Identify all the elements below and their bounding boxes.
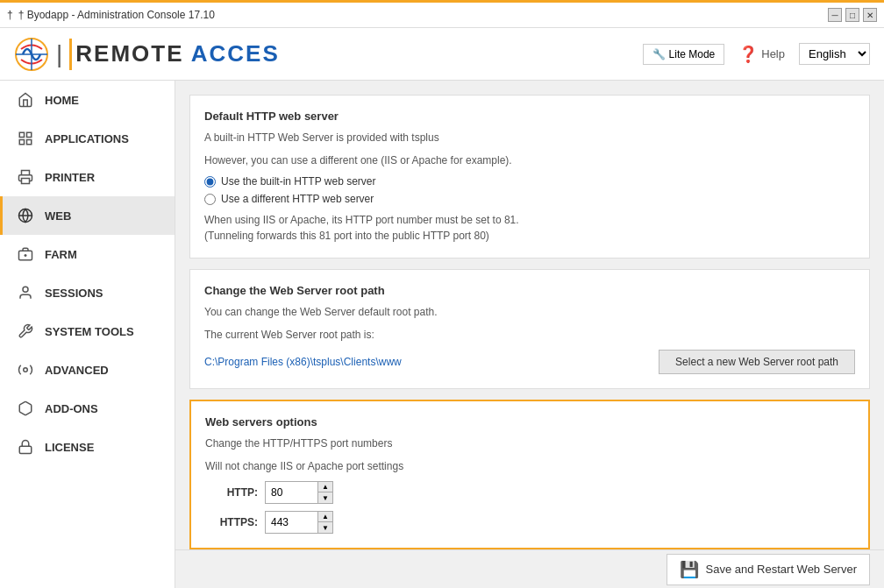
logo: | REMOTE ACCES [14, 37, 280, 72]
svg-rect-15 [19, 446, 32, 453]
http-port-input[interactable] [265, 481, 317, 504]
help-icon: ❓ [738, 45, 758, 64]
radio-builtin-input[interactable] [204, 176, 216, 188]
minimize-button[interactable]: ─ [828, 8, 842, 22]
sidebar-item-printer-label: PRINTER [45, 171, 95, 184]
radio-different-input[interactable] [204, 194, 216, 205]
options-title: Web servers options [205, 415, 854, 429]
root-path-desc1: You can change the Web Server default ro… [204, 304, 855, 320]
http-port-row: HTTP: ▲ ▼ [205, 481, 854, 504]
http-section-desc2: However, you can use a different one (II… [204, 152, 855, 168]
https-port-up-button[interactable]: ▲ [318, 512, 332, 522]
logo-icon [14, 37, 49, 72]
sidebar-item-web[interactable]: WEB [0, 196, 175, 235]
system-tools-icon [17, 322, 34, 340]
footer: 💾 Save and Restart Web Server [175, 549, 884, 588]
radio-builtin[interactable]: Use the built-in HTTP web server [204, 175, 855, 188]
app-body: HOME APPLICATIONS PRINTER WEB FARM [0, 81, 884, 588]
farm-icon [17, 245, 34, 263]
radio-builtin-label: Use the built-in HTTP web server [221, 175, 376, 188]
sidebar-item-add-ons-label: ADD-ONS [45, 402, 98, 415]
sidebar: HOME APPLICATIONS PRINTER WEB FARM [0, 81, 175, 588]
svg-rect-7 [22, 179, 30, 184]
svg-point-13 [23, 287, 28, 292]
sidebar-item-home[interactable]: HOME [0, 81, 175, 119]
http-port-up-button[interactable]: ▲ [318, 482, 332, 492]
sidebar-item-sessions[interactable]: SESSIONS [0, 273, 175, 312]
sidebar-item-license-label: LICENSE [45, 441, 94, 454]
sidebar-item-advanced-label: ADVANCED [45, 364, 109, 377]
svg-rect-5 [19, 140, 24, 145]
save-icon: 💾 [680, 560, 699, 579]
title-bar: † † Byodapp - Administration Console 17.… [0, 0, 884, 28]
title-bar-title: † Byodapp - Administration Console 17.10 [18, 9, 215, 21]
sidebar-item-web-label: WEB [45, 209, 71, 223]
sidebar-item-license[interactable]: LICENSE [0, 428, 175, 466]
http-port-label: HTTP: [205, 486, 258, 499]
http-section: Default HTTP web server A built-in HTTP … [189, 95, 870, 259]
https-port-input[interactable] [265, 511, 317, 534]
close-button[interactable]: ✕ [863, 8, 877, 22]
main-content: Default HTTP web server A built-in HTTP … [175, 81, 884, 588]
sidebar-item-system-tools-label: SYSTEM TOOLS [45, 325, 134, 338]
https-port-input-container: ▲ ▼ [265, 511, 333, 534]
web-icon [17, 207, 34, 224]
https-port-row: HTTPS: ▲ ▼ [205, 511, 854, 534]
root-path-row: C:\Program Files (x86)\tsplus\Clients\ww… [204, 350, 855, 374]
header-right: 🔧 Lite Mode ❓ Help English French Spanis… [643, 43, 870, 65]
help-label: Help [761, 47, 785, 60]
home-icon [17, 91, 34, 109]
options-desc2: Will not change IIS or Apache port setti… [205, 458, 854, 474]
options-desc1: Change the HTTP/HTTPS port numbers [205, 436, 854, 451]
logo-text: REMOTE ACCES [75, 40, 280, 67]
http-port-down-button[interactable]: ▼ [318, 492, 332, 503]
current-path: C:\Program Files (x86)\tsplus\Clients\ww… [204, 356, 402, 368]
save-restart-button[interactable]: 💾 Save and Restart Web Server [667, 554, 870, 585]
title-bar-icon: † [7, 9, 13, 21]
radio-different-label: Use a different HTTP web server [221, 193, 374, 205]
sidebar-item-home-label: HOME [45, 94, 79, 107]
svg-rect-4 [27, 132, 32, 137]
help-button[interactable]: ❓ Help [738, 45, 785, 64]
root-path-desc2: The current Web Server root path is: [204, 327, 855, 343]
select-path-button[interactable]: Select a new Web Server root path [659, 350, 855, 374]
https-port-label: HTTPS: [205, 516, 258, 528]
http-port-spinners: ▲ ▼ [317, 481, 333, 504]
sidebar-item-applications-label: APPLICATIONS [45, 132, 129, 145]
root-path-section: Change the Web Server root path You can … [189, 269, 870, 389]
lite-mode-label: Lite Mode [669, 48, 716, 60]
sidebar-item-farm[interactable]: FARM [0, 235, 175, 273]
lite-mode-icon: 🔧 [652, 48, 666, 60]
add-ons-icon [17, 400, 34, 417]
printer-icon [17, 168, 34, 186]
https-port-spinners: ▲ ▼ [317, 511, 333, 534]
license-icon [17, 438, 34, 456]
lite-mode-button[interactable]: 🔧 Lite Mode [643, 44, 725, 65]
svg-rect-6 [27, 140, 32, 145]
save-restart-label: Save and Restart Web Server [706, 563, 857, 576]
web-options-section: Web servers options Change the HTTP/HTTP… [189, 400, 870, 549]
sidebar-item-printer[interactable]: PRINTER [0, 158, 175, 196]
sidebar-item-system-tools[interactable]: SYSTEM TOOLS [0, 312, 175, 351]
http-note: When using IIS or Apache, its HTTP port … [204, 212, 855, 244]
svg-rect-3 [19, 132, 24, 137]
sessions-icon [17, 284, 34, 301]
sidebar-item-farm-label: FARM [45, 248, 77, 261]
svg-point-14 [24, 368, 28, 372]
http-section-title: Default HTTP web server [204, 110, 855, 123]
applications-icon [17, 130, 34, 147]
title-bar-left: † † Byodapp - Administration Console 17.… [7, 9, 215, 21]
http-radio-group: Use the built-in HTTP web server Use a d… [204, 175, 855, 205]
sidebar-item-advanced[interactable]: ADVANCED [0, 351, 175, 389]
language-select[interactable]: English French Spanish German [799, 43, 870, 65]
sidebar-item-applications[interactable]: APPLICATIONS [0, 119, 175, 158]
title-bar-controls: ─ □ ✕ [828, 8, 877, 22]
http-section-desc1: A built-in HTTP Web Server is provided w… [204, 130, 855, 145]
sidebar-item-sessions-label: SESSIONS [45, 287, 103, 300]
maximize-button[interactable]: □ [845, 8, 859, 22]
radio-different[interactable]: Use a different HTTP web server [204, 193, 855, 205]
http-port-input-container: ▲ ▼ [265, 481, 333, 504]
sidebar-item-add-ons[interactable]: ADD-ONS [0, 389, 175, 428]
https-port-down-button[interactable]: ▼ [318, 522, 332, 533]
header: | REMOTE ACCES 🔧 Lite Mode ❓ Help Englis… [0, 28, 884, 81]
